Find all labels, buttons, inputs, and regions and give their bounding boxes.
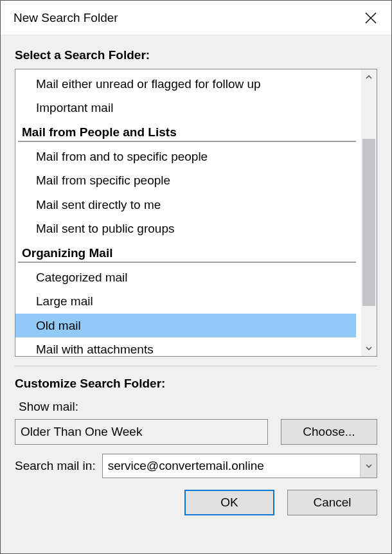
scroll-up-button[interactable] [361, 69, 377, 85]
scrollbar[interactable] [361, 69, 377, 356]
list-item[interactable]: Old mail [15, 314, 356, 337]
show-mail-text: Older Than One Week [21, 425, 142, 439]
search-in-combo[interactable]: service@convertemail.online [102, 454, 377, 478]
list-item[interactable]: Mail either unread or flagged for follow… [15, 72, 356, 96]
scroll-down-button[interactable] [361, 341, 377, 356]
chevron-down-icon [365, 344, 373, 352]
cancel-button-label: Cancel [313, 496, 351, 510]
close-icon [364, 12, 377, 24]
list-item[interactable]: Categorized mail [15, 265, 356, 289]
ok-button-label: OK [220, 496, 238, 510]
show-mail-value: Older Than One Week [15, 419, 268, 445]
scrollbar-track[interactable] [361, 85, 377, 341]
new-search-folder-dialog: New Search Folder Select a Search Folder… [0, 0, 392, 554]
show-mail-row: Older Than One Week Choose... [15, 419, 377, 445]
cancel-button[interactable]: Cancel [287, 490, 377, 515]
list-item[interactable]: Mail from specific people [15, 168, 356, 192]
titlebar: New Search Folder [1, 1, 391, 35]
choose-button[interactable]: Choose... [281, 419, 377, 445]
chevron-down-icon [365, 462, 373, 470]
list-item[interactable]: Important mail [15, 96, 356, 120]
list-item[interactable]: Mail sent directly to me [15, 193, 356, 217]
scrollbar-thumb[interactable] [362, 139, 375, 306]
dialog-title: New Search Folder [13, 11, 118, 25]
list-item[interactable]: Mail from and to specific people [15, 145, 356, 168]
show-mail-label: Show mail: [19, 400, 377, 414]
chevron-up-icon [365, 73, 373, 81]
choose-button-label: Choose... [303, 425, 355, 439]
list-item[interactable]: Mail with attachments [15, 337, 356, 356]
list-category-header: Organizing Mail [18, 245, 356, 263]
list-category-header: Mail from People and Lists [18, 124, 356, 142]
search-in-label: Search mail in: [15, 459, 96, 473]
close-button[interactable] [362, 9, 380, 27]
separator [15, 366, 377, 366]
dialog-body: Select a Search Folder: Mail either unre… [1, 35, 391, 553]
ok-button[interactable]: OK [184, 490, 274, 515]
search-in-value: service@convertemail.online [103, 459, 360, 473]
combo-dropdown-button[interactable] [360, 454, 377, 478]
select-folder-label: Select a Search Folder: [15, 48, 377, 62]
customize-label: Customize Search Folder: [15, 377, 377, 391]
dialog-button-row: OK Cancel [15, 490, 377, 515]
list-item[interactable]: Mail sent to public groups [15, 217, 356, 240]
search-in-row: Search mail in: service@convertemail.onl… [15, 454, 377, 478]
folder-listbox: Mail either unread or flagged for follow… [15, 69, 377, 357]
list-item[interactable]: Large mail [15, 289, 356, 313]
folder-list[interactable]: Mail either unread or flagged for follow… [15, 69, 361, 356]
